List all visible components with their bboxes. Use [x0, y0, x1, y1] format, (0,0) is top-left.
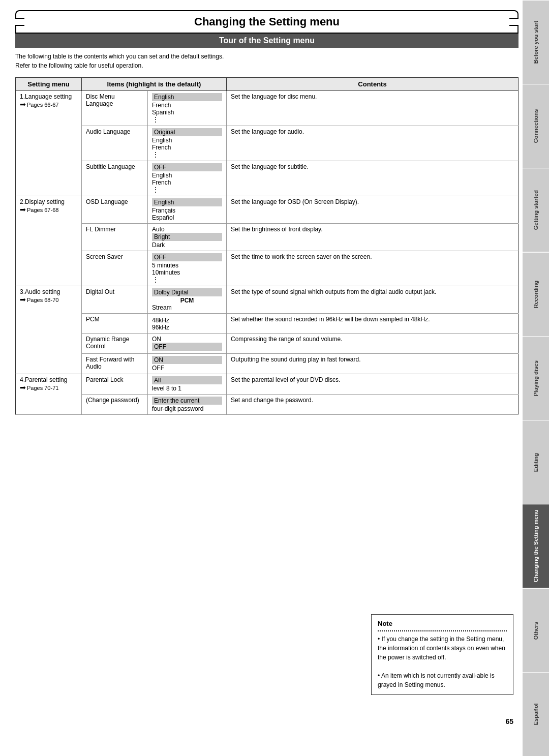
- table-row: 4.Parental setting ➡Pages 70-71 Parental…: [16, 374, 518, 395]
- sidebar-tab-playing-discs[interactable]: Playing discs: [523, 336, 549, 420]
- sidebar-tab-label: Getting started: [533, 190, 539, 230]
- item-change-password: (Change password): [82, 395, 148, 415]
- note-bullet1: • If you change the setting in the Setti…: [378, 636, 505, 661]
- intro-line-2: Refer to the following table for useful …: [15, 62, 143, 69]
- table-header-col1: Setting menu: [16, 78, 82, 91]
- settings-table: Setting menu Items (highlight is the def…: [15, 77, 518, 415]
- table-row: PCM 48kHz 96kHz Set whether the sound re…: [16, 314, 518, 334]
- sidebar-tab-espanol[interactable]: Español: [523, 672, 549, 756]
- item-dynamic-range: Dynamic Range Control: [82, 334, 148, 354]
- setting-menu-parental: 4.Parental setting ➡Pages 70-71: [16, 374, 82, 415]
- table-row: Fast Forward with Audio ON OFF Outputtin…: [16, 354, 518, 374]
- main-content: Changing the Setting menu Tour of the Se…: [15, 0, 518, 415]
- table-row: Subtitle Language OFF English French ⋮ S…: [16, 161, 518, 196]
- sidebar-tab-label: Recording: [533, 281, 539, 308]
- sidebar-tab-label: Connections: [533, 109, 539, 143]
- sidebar-tab-recording[interactable]: Recording: [523, 252, 549, 336]
- table-row: 2.Display setting ➡Pages 67-68 OSD Langu…: [16, 196, 518, 224]
- section-title-bar: Tour of the Setting menu: [15, 34, 518, 48]
- note-title: Note: [378, 620, 507, 627]
- sidebar-tab-changing-setting-menu[interactable]: Changing the Setting menu: [523, 504, 549, 588]
- item-audio-language: Audio Language: [82, 126, 148, 161]
- note-section: Note • If you change the setting in the …: [371, 614, 513, 695]
- table-row: Audio Language Original English French ⋮…: [16, 126, 518, 161]
- value-change-password: Enter the current four-digit password: [148, 395, 227, 415]
- note-dots-divider: [378, 630, 507, 631]
- setting-menu-audio: 3.Audio setting ➡Pages 68-70: [16, 286, 82, 374]
- note-label: Note: [378, 620, 392, 627]
- value-fast-forward: ON OFF: [148, 354, 227, 374]
- value-pcm: 48kHz 96kHz: [148, 314, 227, 334]
- page-title-box: Changing the Setting menu: [15, 10, 518, 34]
- item-digital-out: Digital Out: [82, 286, 148, 314]
- setting-menu-display: 2.Display setting ➡Pages 67-68: [16, 196, 82, 286]
- content-fast-forward: Outputting the sound during play in fast…: [227, 354, 518, 374]
- sidebar-tab-label: Español: [533, 703, 539, 725]
- sidebar-tab-label: Others: [533, 621, 539, 639]
- sidebar-tab-before-you-start[interactable]: Before you start: [523, 0, 549, 84]
- value-subtitle-language: OFF English French ⋮: [148, 161, 227, 196]
- content-screen-saver: Set the time to work the screen saver on…: [227, 251, 518, 286]
- sidebar-tab-label: Changing the Setting menu: [533, 510, 539, 583]
- setting-menu-language: 1.Language setting ➡Pages 66-67: [16, 91, 82, 196]
- table-header-col2: Items (highlight is the default): [82, 78, 227, 91]
- table-header-col3: Contents: [227, 78, 518, 91]
- item-screen-saver: Screen Saver: [82, 251, 148, 286]
- content-subtitle-language: Set the language for subtitle.: [227, 161, 518, 196]
- content-disc-menu-language: Set the language for disc menu.: [227, 91, 518, 126]
- page-title: Changing the Setting menu: [194, 15, 340, 28]
- value-screen-saver: OFF 5 minutes 10minutes ⋮: [148, 251, 227, 286]
- table-row: 1.Language setting ➡Pages 66-67 Disc Men…: [16, 91, 518, 126]
- sidebar-tab-connections[interactable]: Connections: [523, 84, 549, 168]
- section-title: Tour of the Setting menu: [219, 36, 315, 45]
- sidebar-tab-getting-started[interactable]: Getting started: [523, 168, 549, 252]
- item-fast-forward: Fast Forward with Audio: [82, 354, 148, 374]
- value-parental-lock: All level 8 to 1: [148, 374, 227, 395]
- sidebar-tab-label: Playing discs: [533, 360, 539, 396]
- value-fl-dimmer: Auto Bright Dark: [148, 224, 227, 251]
- content-audio-language: Set the language for audio.: [227, 126, 518, 161]
- value-digital-out: Dolby Digital PCM Stream: [148, 286, 227, 314]
- content-fl-dimmer: Set the brightness of front display.: [227, 224, 518, 251]
- page-number: 65: [505, 717, 513, 725]
- table-row: (Change password) Enter the current four…: [16, 395, 518, 415]
- item-pcm: PCM: [82, 314, 148, 334]
- item-parental-lock: Parental Lock: [82, 374, 148, 395]
- right-sidebar: Before you start Connections Getting sta…: [523, 0, 549, 756]
- sidebar-tab-label: Editing: [533, 453, 539, 472]
- sidebar-tab-editing[interactable]: Editing: [523, 420, 549, 504]
- intro-text: The following table is the contents whic…: [15, 52, 518, 70]
- item-osd-language: OSD Language: [82, 196, 148, 224]
- table-row: Screen Saver OFF 5 minutes 10minutes ⋮ S…: [16, 251, 518, 286]
- table-row: 3.Audio setting ➡Pages 68-70 Digital Out…: [16, 286, 518, 314]
- item-fl-dimmer: FL Dimmer: [82, 224, 148, 251]
- content-change-password: Set and change the password.: [227, 395, 518, 415]
- item-subtitle-language: Subtitle Language: [82, 161, 148, 196]
- item-disc-menu-language: Disc Menu Language: [82, 91, 148, 126]
- content-digital-out: Set the type of sound signal which outpu…: [227, 286, 518, 314]
- value-osd-language: English Français Español: [148, 196, 227, 224]
- content-dynamic-range: Compressing the range of sound volume.: [227, 334, 518, 354]
- sidebar-tab-others[interactable]: Others: [523, 588, 549, 672]
- table-row: Dynamic Range Control ON OFF Compressing…: [16, 334, 518, 354]
- content-pcm: Set whether the sound recorded in 96kHz …: [227, 314, 518, 334]
- note-text: • If you change the setting in the Setti…: [378, 634, 507, 689]
- table-row: FL Dimmer Auto Bright Dark Set the brigh…: [16, 224, 518, 251]
- content-osd-language: Set the language for OSD (On Screen Disp…: [227, 196, 518, 224]
- value-dynamic-range: ON OFF: [148, 334, 227, 354]
- sidebar-tab-label: Before you start: [533, 21, 539, 64]
- note-bullet2: • An item which is not currently avail-a…: [378, 672, 495, 688]
- value-disc-menu-language: English French Spanish ⋮: [148, 91, 227, 126]
- content-parental-lock: Set the parental level of your DVD discs…: [227, 374, 518, 395]
- intro-line-1: The following table is the contents whic…: [15, 53, 224, 60]
- value-audio-language: Original English French ⋮: [148, 126, 227, 161]
